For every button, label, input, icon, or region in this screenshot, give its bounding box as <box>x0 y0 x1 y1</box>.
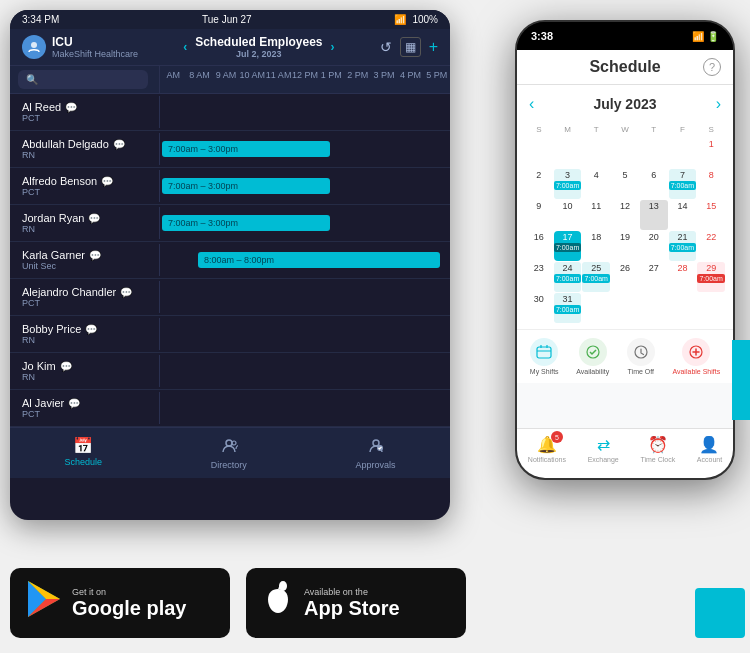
calendar-cell[interactable]: 13 <box>640 200 668 230</box>
availability-icon <box>579 338 607 366</box>
phone-tab-available-shifts[interactable]: Available Shifts <box>672 338 720 375</box>
phone-tab-icons: My Shifts Availability Time Off <box>517 329 733 383</box>
calendar-cell[interactable]: 14 <box>669 200 697 230</box>
calendar-cell[interactable]: 15 <box>697 200 725 230</box>
tablet-add-icon[interactable]: + <box>429 38 438 56</box>
phone-device: 3:38 📶 🔋 Schedule ? ‹ July 2023 › <box>515 20 735 480</box>
employee-name: Al Javier 💬 <box>22 397 147 409</box>
tablet-nav-approvals[interactable]: Approvals <box>356 436 396 470</box>
tablet-time-cells: AM 8 AM 9 AM 10 AM 11 AM 12 PM 1 PM 2 PM… <box>160 66 450 93</box>
calendar-cell[interactable]: 1 <box>697 138 725 168</box>
calendar-cell[interactable]: 16 <box>525 231 553 261</box>
app-store-text: Available on the App Store <box>304 587 400 619</box>
time-off-icon <box>627 338 655 366</box>
tablet-device: 3:34 PM Tue Jun 27 📶 100% ICU MakeShift … <box>10 10 450 520</box>
time-clock-label: Time Clock <box>640 456 675 463</box>
calendar-cell[interactable]: 22 <box>697 231 725 261</box>
shift-bar[interactable]: 7:00am – 3:00pm <box>162 215 330 231</box>
employee-role: PCT <box>22 298 147 308</box>
phone-tab-my-shifts[interactable]: My Shifts <box>530 338 559 375</box>
calendar-next-button[interactable]: › <box>716 95 721 113</box>
apple-icon <box>262 580 294 627</box>
calendar-cell[interactable]: 12 <box>611 200 639 230</box>
calendar-cell <box>669 138 697 168</box>
app-store-button[interactable]: Available on the App Store <box>246 568 466 638</box>
calendar-cell[interactable]: 27 <box>640 262 668 292</box>
chat-icon[interactable]: 💬 <box>65 102 77 113</box>
tablet-refresh-icon[interactable]: ↺ <box>380 39 392 55</box>
tablet-nav-next[interactable]: › <box>331 40 335 54</box>
google-play-small-text: Get it on <box>72 587 186 597</box>
tablet-logo: ICU MakeShift Healthcare <box>22 35 138 59</box>
calendar-cell[interactable]: 37:00am <box>554 169 582 199</box>
employee-role: PCT <box>22 409 147 419</box>
phone-nav-time-clock[interactable]: ⏰ Time Clock <box>640 435 675 472</box>
tablet-nav-directory-label: Directory <box>211 460 247 470</box>
calendar-cell[interactable]: 30 <box>525 293 553 323</box>
phone-wifi-icon: 📶 <box>692 31 704 42</box>
shift-bar[interactable]: 7:00am – 3:00pm <box>162 141 330 157</box>
calendar-cell[interactable]: 18 <box>582 231 610 261</box>
svg-point-1 <box>226 440 232 446</box>
calendar-cell[interactable]: 297:00am <box>697 262 725 292</box>
chat-icon[interactable]: 💬 <box>85 324 97 335</box>
calendar-cell <box>669 293 697 323</box>
phone-nav-exchange[interactable]: ⇄ Exchange <box>588 435 619 472</box>
shift-bar[interactable]: 7:00am – 3:00pm <box>162 178 330 194</box>
chat-icon[interactable]: 💬 <box>101 176 113 187</box>
calendar-cell[interactable]: 4 <box>582 169 610 199</box>
shift-bar[interactable]: 8:00am – 8:00pm <box>198 252 440 268</box>
phone-calendar: ‹ July 2023 › S M T W T F S <box>517 85 733 329</box>
chat-icon[interactable]: 💬 <box>120 287 132 298</box>
calendar-cell[interactable]: 5 <box>611 169 639 199</box>
calendar-cell[interactable]: 217:00am <box>669 231 697 261</box>
google-play-text: Get it on Google play <box>72 587 186 619</box>
tablet-calendar-icon[interactable]: ▦ <box>400 37 421 57</box>
calendar-cell[interactable]: 11 <box>582 200 610 230</box>
calendar-cell[interactable]: 8 <box>697 169 725 199</box>
tablet-nav-prev[interactable]: ‹ <box>183 40 187 54</box>
calendar-cell[interactable]: 20 <box>640 231 668 261</box>
calendar-cell-today[interactable]: 177:00am <box>554 231 582 261</box>
day-label-s1: S <box>525 123 553 136</box>
chat-icon[interactable]: 💬 <box>89 250 101 261</box>
google-play-icon <box>26 579 62 628</box>
employee-cell: Bobby Price 💬 RN <box>10 318 160 350</box>
calendar-cell[interactable]: 19 <box>611 231 639 261</box>
calendar-cell[interactable]: 10 <box>554 200 582 230</box>
tablet-nav-directory[interactable]: Directory <box>211 436 247 470</box>
approvals-icon <box>367 436 385 458</box>
availability-label: Availability <box>576 368 609 375</box>
phone-nav-account[interactable]: 👤 Account <box>697 435 722 472</box>
employee-cell: Alejandro Chandler 💬 PCT <box>10 281 160 313</box>
calendar-cell[interactable]: 9 <box>525 200 553 230</box>
calendar-prev-button[interactable]: ‹ <box>529 95 534 113</box>
employee-name: Alfredo Benson 💬 <box>22 175 147 187</box>
time-cell-8am: 8 AM <box>186 66 212 93</box>
tablet-bottom-nav: 📅 Schedule Directory <box>10 427 450 478</box>
chat-icon[interactable]: 💬 <box>60 361 72 372</box>
employee-role: PCT <box>22 187 147 197</box>
calendar-cell[interactable]: 257:00am <box>582 262 610 292</box>
phone-tab-availability[interactable]: Availability <box>576 338 609 375</box>
phone-tab-time-off[interactable]: Time Off <box>627 338 655 375</box>
calendar-cell[interactable]: 26 <box>611 262 639 292</box>
chat-icon[interactable]: 💬 <box>68 398 80 409</box>
calendar-cell[interactable]: 28 <box>669 262 697 292</box>
chat-icon[interactable]: 💬 <box>113 139 125 150</box>
phone-help-button[interactable]: ? <box>703 58 721 76</box>
calendar-cell[interactable]: 247:00am <box>554 262 582 292</box>
table-row: Karla Garner 💬 Unit Sec 8:00am – 8:00pm <box>10 242 450 279</box>
calendar-cell[interactable]: 23 <box>525 262 553 292</box>
calendar-cell[interactable]: 317:00am <box>554 293 582 323</box>
calendar-cell[interactable]: 77:00am <box>669 169 697 199</box>
employee-name: Abdullah Delgado 💬 <box>22 138 147 150</box>
chat-icon[interactable]: 💬 <box>88 213 100 224</box>
phone-nav-notifications[interactable]: 🔔 5 Notifications <box>528 435 566 472</box>
tablet-nav-schedule[interactable]: 📅 Schedule <box>64 436 102 470</box>
table-row: Al Javier 💬 PCT <box>10 390 450 427</box>
google-play-button[interactable]: Get it on Google play <box>10 568 230 638</box>
calendar-cell[interactable]: 2 <box>525 169 553 199</box>
calendar-cell[interactable]: 6 <box>640 169 668 199</box>
day-label-t1: T <box>582 123 610 136</box>
